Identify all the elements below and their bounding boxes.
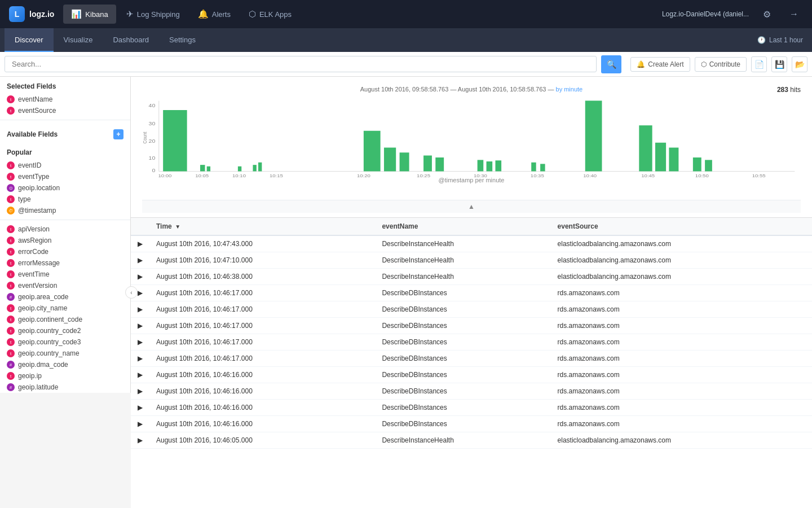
sidebar: Selected Fields t eventName t eventSourc…	[0, 77, 131, 393]
field-name: errorMessage	[18, 259, 60, 267]
settings-button[interactable]: ⚙	[758, 5, 776, 23]
logo-text: logz.io	[29, 10, 54, 19]
field-eventversion[interactable]: t eventVersion	[0, 280, 130, 291]
nav-item-alerts[interactable]: 🔔 Alerts	[190, 5, 239, 24]
search-input[interactable]	[5, 56, 597, 72]
nav-item-alerts-label: Alerts	[212, 10, 231, 19]
row-expand-btn[interactable]: ▶	[131, 416, 149, 432]
cell-time: August 10th 2016, 10:47:10.000	[149, 252, 375, 269]
contribute-button[interactable]: ⬡ Contribute	[695, 57, 747, 72]
field-type-icon: t	[7, 338, 15, 346]
field-timestamp[interactable]: ⏱ @timestamp	[0, 205, 130, 216]
row-expand-btn[interactable]: ▶	[131, 235, 149, 252]
field-errormessage[interactable]: t errorMessage	[0, 257, 130, 269]
field-type-icon: t	[7, 316, 15, 323]
time-range-text: Last 1 hour	[769, 36, 803, 44]
row-expand-btn[interactable]: ▶	[131, 351, 149, 367]
row-expand-btn[interactable]: ▶	[131, 252, 149, 269]
main-layout: Selected Fields t eventName t eventSourc…	[0, 77, 812, 508]
create-alert-button[interactable]: 🔔 Create Alert	[630, 57, 690, 72]
field-geoip-country-code3[interactable]: t geoip.country_code3	[0, 336, 130, 348]
logout-button[interactable]: →	[785, 5, 803, 23]
field-geoip-country-code2[interactable]: t geoip.country_code2	[0, 325, 130, 336]
field-eventtime[interactable]: t eventTime	[0, 269, 130, 280]
row-expand-btn[interactable]: ▶	[131, 400, 149, 416]
svg-text:10:25: 10:25	[417, 173, 430, 177]
field-geoip-city-name[interactable]: t geoip.city_name	[0, 303, 130, 314]
field-eventid[interactable]: t eventID	[0, 160, 130, 171]
row-expand-btn[interactable]: ▶	[131, 334, 149, 351]
available-fields-toggle[interactable]: +	[113, 129, 123, 139]
field-name: geoip.dma_code	[18, 361, 68, 369]
field-name: geoip.location	[18, 184, 60, 192]
row-expand-btn[interactable]: ▶	[131, 383, 149, 400]
selected-fields-title: Selected Fields	[0, 77, 130, 94]
content-area: August 10th 2016, 09:58:58.763 — August …	[131, 77, 812, 508]
field-geoip-dma-code[interactable]: # geoip.dma_code	[0, 359, 130, 370]
row-expand-btn[interactable]: ▶	[131, 432, 149, 449]
field-geoip-latitude[interactable]: # geoip.latitude	[0, 382, 130, 393]
selected-field-eventsource[interactable]: t eventSource	[0, 105, 130, 116]
tab-visualize[interactable]: Visualize	[54, 28, 103, 52]
nav-item-elk-apps[interactable]: ⬡ ELK Apps	[241, 5, 299, 24]
field-type-icon: t	[7, 259, 15, 267]
row-expand-btn[interactable]: ▶	[131, 301, 149, 318]
open-button[interactable]: 📂	[792, 56, 807, 72]
field-name: geoip.latitude	[18, 383, 58, 391]
field-geoip-country-name[interactable]: t geoip.country_name	[0, 348, 130, 359]
share-button[interactable]: 📄	[751, 56, 767, 72]
row-expand-btn[interactable]: ▶	[131, 269, 149, 285]
row-expand-btn[interactable]: ▶	[131, 367, 149, 383]
field-type-icon: t	[7, 173, 15, 181]
chart-container: 40 30 20 10 0	[142, 98, 801, 200]
field-geoip-ip[interactable]: t geoip.ip	[0, 370, 130, 382]
cell-eventname: DescribeInstanceHealth	[375, 235, 550, 252]
cell-eventsource: rds.amazonaws.com	[551, 301, 812, 318]
field-type-icon: t	[7, 349, 15, 357]
cell-eventname: DescribeInstanceHealth	[375, 269, 550, 285]
tab-discover[interactable]: Discover	[5, 28, 54, 52]
collapse-chart-button[interactable]: ▲	[142, 200, 801, 213]
field-geoip-area-code[interactable]: # geoip.area_code	[0, 291, 130, 303]
table-row: ▶ August 10th 2016, 10:46:38.000 Describ…	[131, 269, 812, 285]
table-row: ▶ August 10th 2016, 10:46:16.000 Describ…	[131, 383, 812, 400]
tab-visualize-label: Visualize	[64, 36, 93, 44]
cell-eventsource: rds.amazonaws.com	[551, 416, 812, 432]
cell-time: August 10th 2016, 10:46:16.000	[149, 367, 375, 383]
field-type-icon: #	[7, 361, 15, 369]
svg-rect-22	[540, 164, 545, 171]
svg-rect-14	[384, 148, 396, 172]
svg-text:10:15: 10:15	[270, 173, 283, 177]
field-geoip-continent-code[interactable]: t geoip.continent_code	[0, 314, 130, 325]
field-awsregion[interactable]: t awsRegion	[0, 235, 130, 246]
tab-settings[interactable]: Settings	[159, 28, 206, 52]
field-eventtype[interactable]: t eventType	[0, 171, 130, 182]
time-range-label[interactable]: 🕐 Last 1 hour	[757, 28, 812, 52]
nav-item-kibana[interactable]: 📊 Kibana	[63, 5, 116, 24]
field-geoip-location[interactable]: ⊙ geoip.location	[0, 182, 130, 194]
svg-text:40: 40	[149, 103, 156, 108]
svg-rect-12	[258, 163, 262, 172]
nav-item-log-shipping[interactable]: ✈ Log Shipping	[118, 5, 188, 24]
col-time[interactable]: Time ▼	[149, 218, 375, 235]
cell-time: August 10th 2016, 10:46:17.000	[149, 301, 375, 318]
field-type[interactable]: t type	[0, 194, 130, 205]
row-expand-btn[interactable]: ▶	[131, 318, 149, 334]
col-eventname[interactable]: eventName	[375, 218, 550, 235]
selected-field-eventname[interactable]: t eventName	[0, 94, 130, 105]
tab-dashboard[interactable]: Dashboard	[103, 28, 159, 52]
save-button[interactable]: 💾	[771, 56, 787, 72]
col-eventsource[interactable]: eventSource	[551, 218, 812, 235]
cell-eventsource: elasticloadbalancing.amazonaws.com	[551, 269, 812, 285]
logo[interactable]: L logz.io	[9, 6, 54, 22]
field-apiversion[interactable]: t apiVersion	[0, 224, 130, 235]
data-table: Time ▼ eventName eventSource ▶ August 10…	[131, 218, 812, 449]
svg-text:0: 0	[152, 168, 156, 173]
cell-eventname: DescribeDBInstances	[375, 285, 550, 301]
svg-text:10:05: 10:05	[195, 173, 209, 177]
sidebar-collapse-button[interactable]: ‹	[125, 286, 138, 299]
by-minute-link[interactable]: by minute	[556, 86, 583, 93]
field-errorcode[interactable]: t errorCode	[0, 246, 130, 257]
search-button[interactable]: 🔍	[601, 55, 621, 73]
alerts-icon: 🔔	[198, 9, 209, 19]
